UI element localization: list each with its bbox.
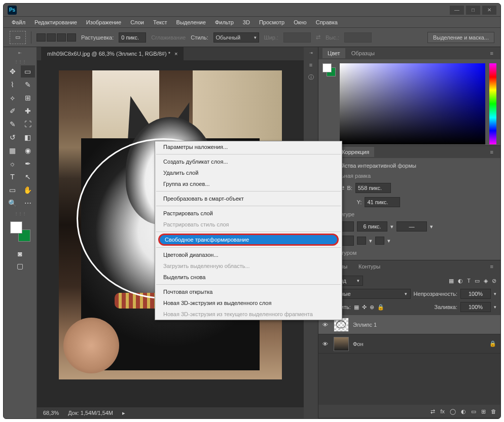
context-menu-item[interactable]: Свободное трансформирование xyxy=(158,234,339,246)
menu-view[interactable]: Просмотр xyxy=(255,18,289,27)
path-select-tool[interactable]: ↖ xyxy=(21,171,35,183)
hue-slider[interactable] xyxy=(489,63,496,144)
context-menu-item[interactable]: Группа из слоев... xyxy=(155,178,342,189)
filter-toggle[interactable]: ⊘ xyxy=(492,278,496,284)
context-menu-item[interactable]: Удалить слой xyxy=(155,167,342,178)
context-menu-item[interactable]: Преобразовать в смарт-объект xyxy=(155,193,342,204)
panels-collapse[interactable]: ⇥ xyxy=(306,50,315,55)
dodge-tool[interactable]: ☼ xyxy=(6,158,20,170)
brush-tool[interactable]: ✎ xyxy=(6,118,20,130)
layer-item-background[interactable]: 👁 Фон 🔒 xyxy=(318,334,500,354)
context-menu-item[interactable]: Почтовая открытка xyxy=(155,286,342,297)
menu-edit[interactable]: Редактирование xyxy=(30,18,81,27)
context-menu-item[interactable]: Растрировать слой xyxy=(155,208,342,219)
eraser-tool[interactable]: ◧ xyxy=(21,131,35,143)
pen-tool[interactable]: ✒ xyxy=(21,158,35,170)
link-layers-icon[interactable]: ⇄ xyxy=(430,408,435,415)
menu-file[interactable]: Файл xyxy=(8,18,29,27)
corner-icon[interactable] xyxy=(375,237,384,245)
gradient-tool[interactable]: ▦ xyxy=(6,144,20,157)
menu-3d[interactable]: 3D xyxy=(239,18,254,27)
type-tool[interactable]: T xyxy=(6,171,20,183)
adjustment-icon[interactable]: ◐ xyxy=(461,408,466,415)
feather-input[interactable]: 0 пикс. xyxy=(119,32,146,43)
lock-artboard-icon[interactable]: ⊕ xyxy=(370,304,374,311)
menu-image[interactable]: Изображение xyxy=(82,18,125,27)
tab-correction[interactable]: Коррекция xyxy=(337,147,374,157)
visibility-icon[interactable]: 👁 xyxy=(322,341,330,347)
marquee-tool[interactable]: ▭ xyxy=(21,65,35,78)
minimize-button[interactable]: — xyxy=(450,6,464,15)
select-and-mask-button[interactable]: Выделение и маска... xyxy=(427,32,494,43)
new-layer-icon[interactable]: ⊞ xyxy=(481,408,486,415)
crop-tool[interactable]: ⟡ xyxy=(6,92,20,104)
zoom-level[interactable]: 68,3% xyxy=(43,410,59,416)
tools-collapse[interactable]: ⇤ xyxy=(16,50,25,55)
layer-thumbnail[interactable] xyxy=(334,337,349,351)
panel-menu-icon[interactable]: ≡ xyxy=(487,149,496,155)
filter-smart-icon[interactable]: ◈ xyxy=(484,278,488,284)
stroke-width[interactable]: 6 пикс. xyxy=(357,221,387,232)
group-icon[interactable]: ▭ xyxy=(471,408,476,415)
stroke-type[interactable]: — xyxy=(397,221,427,232)
zoom-tool[interactable]: 🔍 xyxy=(6,197,20,209)
lasso-tool[interactable]: ⌇ xyxy=(6,79,20,91)
tab-swatches[interactable]: Образцы xyxy=(346,48,380,58)
color-swatch-mini[interactable] xyxy=(322,63,336,76)
maximize-button[interactable]: □ xyxy=(466,6,480,15)
fx-icon[interactable]: fx xyxy=(440,408,445,414)
selection-mode-icons[interactable] xyxy=(37,33,76,42)
align-icon[interactable] xyxy=(357,237,366,245)
active-tool-preset[interactable]: ▭ xyxy=(10,31,26,44)
document-tab[interactable]: mIh09iC8x6U.jpg @ 68,3% (Эллипс 1, RGB/8… xyxy=(41,47,184,60)
color-swatches[interactable] xyxy=(10,221,30,242)
tab-paths[interactable]: Контуры xyxy=(353,261,385,272)
filter-pixel-icon[interactable]: ▦ xyxy=(449,278,454,284)
menu-help[interactable]: Справка xyxy=(312,18,342,27)
stamp-tool[interactable]: ⛶ xyxy=(21,118,35,130)
lock-pixels-icon[interactable]: ▦ xyxy=(354,304,359,311)
menu-select[interactable]: Выделение xyxy=(172,18,210,27)
healing-tool[interactable]: ✚ xyxy=(21,105,35,117)
menu-window[interactable]: Окно xyxy=(290,18,311,27)
style-select[interactable]: Обычный▾ xyxy=(213,32,259,43)
menu-filter[interactable]: Фильтр xyxy=(211,18,238,27)
move-tool[interactable]: ✥ xyxy=(6,65,20,78)
context-menu-item[interactable]: Цветовой диапазон... xyxy=(155,249,342,260)
mask-icon[interactable]: ◯ xyxy=(450,408,456,415)
panel-menu-icon[interactable]: ≡ xyxy=(487,263,496,270)
filter-adjust-icon[interactable]: ◐ xyxy=(458,278,463,284)
menu-layers[interactable]: Слои xyxy=(126,18,148,27)
filter-type-icon[interactable]: T xyxy=(467,278,471,284)
panel-menu-icon[interactable]: ≡ xyxy=(487,50,496,56)
width-value[interactable]: 558 пикс. xyxy=(355,183,391,193)
opacity-input[interactable]: 100% xyxy=(460,289,491,299)
context-menu-item[interactable]: Выделить снова xyxy=(155,272,342,283)
hand-tool[interactable]: ✋ xyxy=(21,184,35,196)
context-menu-item[interactable]: Параметры наложения... xyxy=(155,141,342,152)
quick-mask-tool[interactable]: ◙ xyxy=(13,248,27,260)
color-field[interactable] xyxy=(340,63,485,144)
context-menu-item[interactable]: Создать дубликат слоя... xyxy=(155,156,342,167)
quick-select-tool[interactable]: ✎ xyxy=(21,79,35,91)
frame-tool[interactable]: ⊞ xyxy=(21,92,35,104)
filter-shape-icon[interactable]: ▭ xyxy=(475,278,480,284)
screen-mode-tool[interactable]: ▢ xyxy=(13,260,27,272)
layer-item-ellipse[interactable]: 👁 Эллипс 1 xyxy=(318,315,500,334)
lock-all-icon[interactable]: 🔒 xyxy=(377,304,384,311)
context-menu-item[interactable]: Новая 3D-экструзия из выделенного слоя xyxy=(155,297,342,309)
history-panel-icon[interactable]: ≡ xyxy=(306,60,315,69)
eyedropper-tool[interactable]: ✐ xyxy=(6,105,20,117)
lock-position-icon[interactable]: ✜ xyxy=(362,304,367,311)
blur-tool[interactable]: ◉ xyxy=(21,144,35,157)
close-button[interactable]: ✕ xyxy=(482,6,496,15)
info-panel-icon[interactable]: ⓘ xyxy=(306,72,315,82)
edit-toolbar[interactable]: ⋯ xyxy=(21,197,35,209)
trash-icon[interactable]: 🗑 xyxy=(491,408,496,414)
shape-tool[interactable]: ▭ xyxy=(6,184,20,196)
close-tab-icon[interactable]: × xyxy=(174,51,177,57)
menu-text[interactable]: Текст xyxy=(149,18,171,27)
visibility-icon[interactable]: 👁 xyxy=(322,322,330,328)
history-brush-tool[interactable]: ↺ xyxy=(6,131,20,143)
fill-input[interactable]: 100% xyxy=(460,302,491,312)
